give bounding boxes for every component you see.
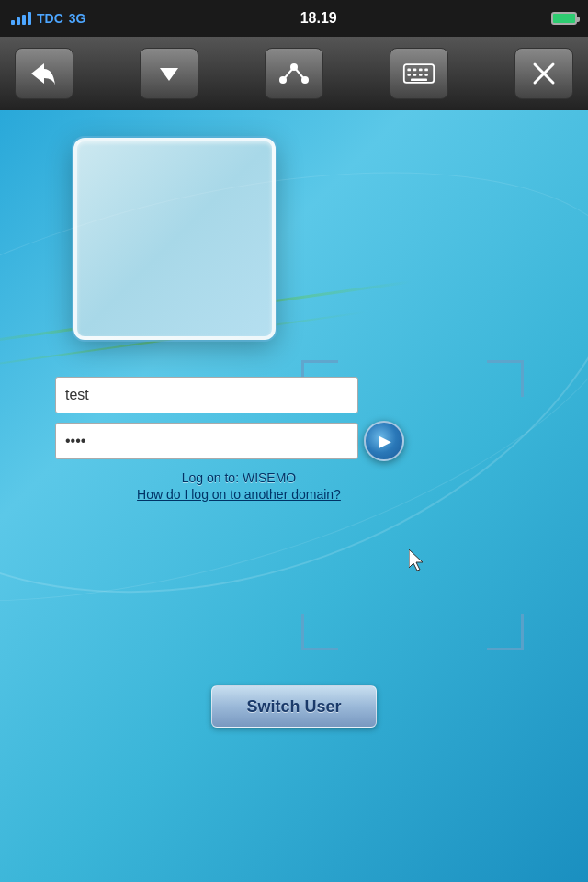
svg-line-4 bbox=[283, 67, 294, 80]
password-input[interactable] bbox=[55, 423, 358, 459]
svg-line-5 bbox=[294, 67, 305, 80]
svg-marker-0 bbox=[160, 68, 178, 81]
svg-rect-8 bbox=[413, 69, 417, 72]
svg-rect-13 bbox=[419, 74, 423, 76]
signal-bar-1 bbox=[11, 20, 15, 25]
dropdown-button[interactable] bbox=[140, 48, 198, 99]
decorative-line-1 bbox=[0, 280, 412, 347]
svg-rect-15 bbox=[411, 78, 427, 81]
signal-bar-3 bbox=[22, 15, 26, 25]
svg-rect-11 bbox=[407, 74, 411, 76]
back-button[interactable] bbox=[15, 48, 74, 99]
mouse-cursor bbox=[409, 549, 427, 571]
svg-rect-7 bbox=[407, 69, 411, 72]
login-form: Log on to: WISEMO How do I log on to ano… bbox=[55, 377, 423, 502]
toolbar bbox=[0, 37, 588, 110]
logon-to-text: Log on to: WISEMO bbox=[55, 470, 423, 485]
domain-link[interactable]: How do I log on to another domain? bbox=[55, 487, 423, 502]
main-content: Log on to: WISEMO How do I log on to ano… bbox=[0, 110, 588, 882]
svg-rect-9 bbox=[419, 69, 423, 72]
close-button[interactable] bbox=[514, 48, 573, 99]
corner-bracket-tl bbox=[301, 360, 338, 397]
login-arrow-button[interactable] bbox=[364, 421, 404, 461]
network-button[interactable] bbox=[265, 48, 323, 99]
switch-user-label: Switch User bbox=[246, 697, 341, 717]
status-bar: TDC 3G 18.19 bbox=[0, 0, 588, 37]
signal-bar-2 bbox=[17, 17, 20, 25]
signal-bars bbox=[11, 12, 31, 25]
corner-bracket-bl bbox=[301, 614, 338, 650]
corner-bracket-tr bbox=[487, 360, 524, 397]
status-left: TDC 3G bbox=[11, 11, 85, 26]
signal-bar-4 bbox=[28, 12, 31, 25]
user-avatar-box bbox=[74, 138, 276, 340]
password-row bbox=[55, 421, 423, 461]
keyboard-button[interactable] bbox=[390, 48, 448, 99]
decorative-line-2 bbox=[0, 311, 366, 371]
carrier-text: TDC bbox=[37, 11, 63, 26]
time-display: 18.19 bbox=[300, 10, 337, 27]
svg-marker-18 bbox=[409, 549, 423, 571]
corner-bracket-br bbox=[487, 614, 524, 650]
switch-user-button[interactable]: Switch User bbox=[211, 685, 377, 728]
network-type: 3G bbox=[69, 11, 86, 26]
svg-rect-14 bbox=[424, 74, 428, 76]
username-input[interactable] bbox=[55, 377, 358, 413]
svg-rect-10 bbox=[424, 69, 428, 72]
battery-indicator bbox=[551, 12, 577, 25]
svg-rect-12 bbox=[413, 74, 417, 76]
